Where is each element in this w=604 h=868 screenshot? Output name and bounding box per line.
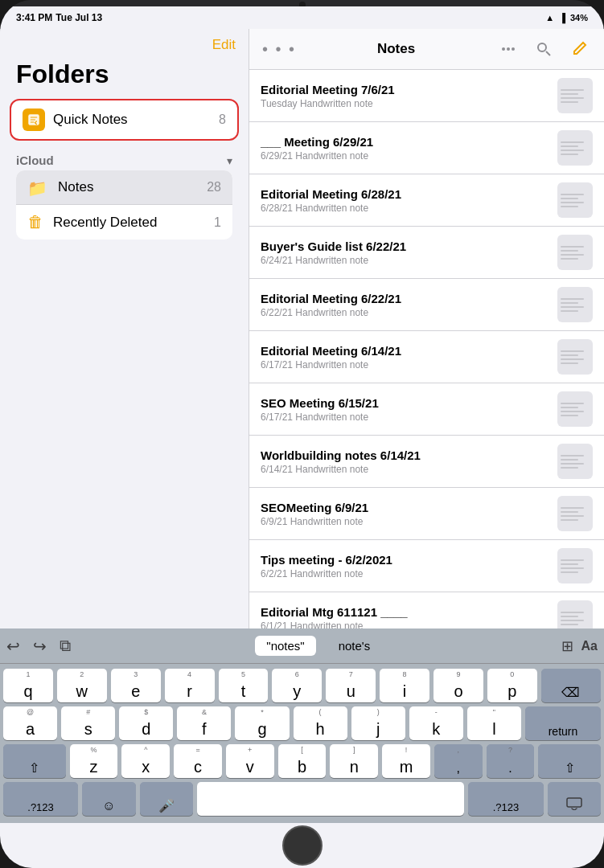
key-h[interactable]: (h	[294, 706, 347, 740]
svg-rect-6	[567, 798, 581, 807]
more-options-button[interactable]	[496, 37, 520, 61]
key-m[interactable]: !m	[382, 744, 430, 778]
keyboard-dismiss-key[interactable]	[548, 782, 601, 816]
key-t[interactable]: 5t	[219, 669, 269, 702]
note-thumbnail	[557, 548, 593, 583]
key-n[interactable]: ]n	[330, 744, 378, 778]
numbers-key-right[interactable]: .?123	[468, 782, 543, 816]
note-thumbnail	[557, 287, 593, 322]
keyboard-area: ↩ ↪ ⧉ "notes" note's ⊞ Aa 1q 2w 3e 4r 5t	[0, 628, 604, 823]
suggestions-bar: "notes" note's	[71, 636, 561, 656]
key-a[interactable]: @a	[3, 706, 57, 740]
sidebar-item-notes[interactable]: 📁 Notes 28	[16, 170, 232, 205]
folders-title: Folders	[0, 56, 249, 99]
key-s[interactable]: #s	[61, 706, 115, 740]
font-size-icon: Aa	[581, 639, 598, 653]
list-item[interactable]: Buyer's Guide list 6/22/21 6/24/21 Handw…	[249, 227, 604, 279]
status-time: 3:41 PM	[16, 12, 52, 23]
key-x[interactable]: ^x	[121, 744, 170, 778]
key-l[interactable]: "l	[467, 706, 521, 740]
suggestion-notes-apostrophe[interactable]: note's	[332, 636, 377, 656]
undo-button[interactable]: ↩	[6, 637, 20, 656]
paste-button[interactable]: ⧉	[60, 637, 71, 655]
icloud-title: iCloud	[16, 154, 54, 167]
emoji-key[interactable]: ☺	[82, 782, 135, 816]
backspace-key[interactable]: ⌫	[541, 669, 601, 702]
key-f[interactable]: &f	[177, 706, 231, 740]
note-thumbnail	[557, 78, 593, 113]
notes-folder-count: 28	[207, 180, 221, 194]
edit-button[interactable]: Edit	[212, 37, 236, 53]
svg-point-4	[538, 43, 546, 51]
note-thumbnail	[557, 339, 593, 375]
list-item[interactable]: SEO Meeting 6/15/21 6/17/21 Handwritten …	[249, 383, 604, 436]
key-k[interactable]: -k	[409, 706, 463, 740]
search-button[interactable]	[532, 37, 556, 61]
list-item[interactable]: ___ Meeting 6/29/21 6/29/21 Handwritten …	[249, 122, 604, 174]
home-bar	[0, 823, 604, 868]
key-p[interactable]: 0p	[487, 669, 537, 702]
key-e[interactable]: 3e	[111, 669, 161, 702]
svg-point-2	[507, 47, 510, 51]
key-y[interactable]: 6y	[272, 669, 322, 702]
sidebar-item-recently-deleted[interactable]: 🗑 Recently Deleted 1	[16, 205, 232, 240]
key-g[interactable]: *g	[235, 706, 289, 740]
keyboard-row-1: 1q 2w 3e 4r 5t 6y 7u 8i 9o 0p ⌫	[3, 669, 601, 702]
list-item[interactable]: Tips meeting - 6/2/2021 6/2/21 Handwritt…	[249, 540, 604, 592]
list-item[interactable]: Editorial Meeting 7/6/21 Tuesday Handwri…	[249, 70, 604, 122]
list-item[interactable]: SEOMeeting 6/9/21 6/9/21 Handwritten not…	[249, 488, 604, 540]
list-item[interactable]: Worldbuilding notes 6/14/21 6/14/21 Hand…	[249, 436, 604, 488]
battery-icon: ▐	[559, 13, 565, 23]
note-thumbnail	[557, 600, 593, 628]
sidebar: Edit Folders Quick Notes 8 iCloud	[0, 29, 249, 628]
period-key[interactable]: ?.	[487, 744, 535, 778]
icloud-header: iCloud ▾	[16, 154, 232, 167]
numbers-key-left[interactable]: .?123	[3, 782, 78, 816]
chevron-down-icon[interactable]: ▾	[227, 154, 232, 167]
key-d[interactable]: $d	[119, 706, 173, 740]
home-button[interactable]	[282, 825, 323, 866]
key-i[interactable]: 8i	[380, 669, 429, 702]
key-q[interactable]: 1q	[3, 669, 53, 702]
shift-right-key[interactable]: ⇧	[538, 744, 601, 778]
shift-left-key[interactable]: ⇧	[3, 744, 66, 778]
key-w[interactable]: 2w	[57, 669, 107, 702]
quick-notes-label: Quick Notes	[53, 112, 219, 128]
status-bar: 3:41 PM Tue Jul 13 ▲ ▐ 34%	[0, 6, 604, 29]
key-v[interactable]: +v	[226, 744, 274, 778]
compose-button[interactable]	[567, 37, 591, 61]
mic-key[interactable]: 🎤	[140, 782, 193, 816]
note-thumbnail	[557, 391, 593, 427]
svg-line-5	[546, 51, 550, 55]
status-time-date: 3:41 PM Tue Jul 13	[16, 12, 102, 23]
note-thumbnail	[557, 496, 593, 531]
notes-panel-title: Notes	[296, 41, 496, 57]
comma-key[interactable]: ,,	[434, 744, 483, 778]
list-item[interactable]: Editorial Meeting 6/22/21 6/22/21 Handwr…	[249, 279, 604, 331]
suggestion-notes[interactable]: "notes"	[255, 636, 315, 656]
key-r[interactable]: 4r	[165, 669, 215, 702]
header-actions	[496, 37, 591, 61]
key-o[interactable]: 9o	[433, 669, 483, 702]
list-item[interactable]: Editorial Meeting 6/28/21 6/28/21 Handwr…	[249, 174, 604, 227]
note-thumbnail	[557, 235, 593, 270]
keyboard: 1q 2w 3e 4r 5t 6y 7u 8i 9o 0p ⌫ @a #s $d…	[0, 664, 604, 823]
redo-button[interactable]: ↪	[33, 637, 47, 656]
trash-icon: 🗑	[27, 213, 43, 231]
key-b[interactable]: [b	[278, 744, 327, 778]
list-item[interactable]: Editorial Meeting 6/14/21 6/17/21 Handwr…	[249, 331, 604, 383]
notes-header: • • • Notes	[249, 29, 604, 70]
key-z[interactable]: %z	[70, 744, 118, 778]
key-u[interactable]: 7u	[326, 669, 376, 702]
key-j[interactable]: )j	[351, 706, 405, 740]
return-key[interactable]: return	[525, 706, 601, 740]
space-key[interactable]	[197, 782, 464, 816]
list-item[interactable]: Editorial Mtg 611121 ____ 6/1/21 Handwri…	[249, 592, 604, 628]
note-thumbnail	[557, 130, 593, 166]
status-date: Tue Jul 13	[55, 12, 102, 23]
wifi-icon: ▲	[545, 13, 554, 23]
key-c[interactable]: =c	[174, 744, 222, 778]
quick-notes-folder[interactable]: Quick Notes 8	[10, 99, 239, 141]
grid-icon: ⊞	[561, 637, 573, 655]
folder-icon: 📁	[27, 178, 48, 196]
